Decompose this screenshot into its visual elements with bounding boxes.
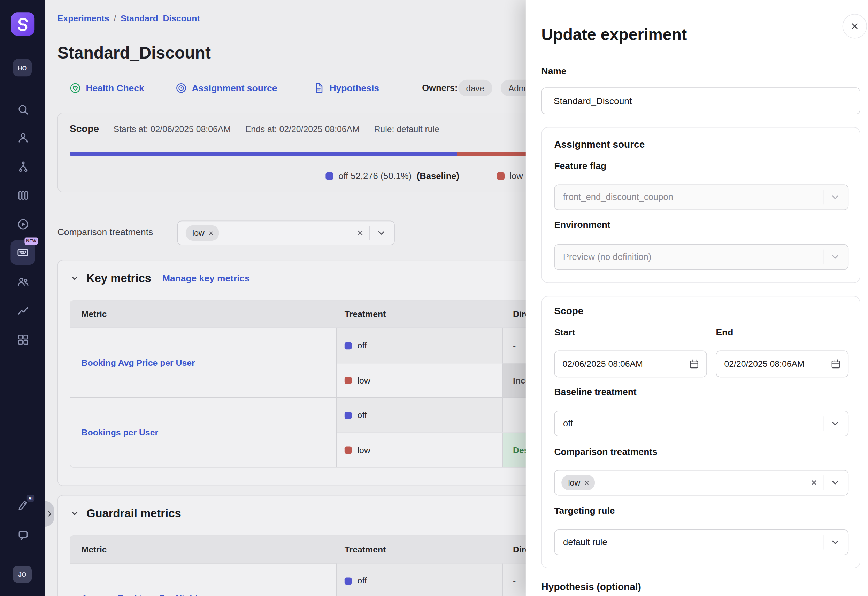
- comparison-treatments-label: Comparison treatments: [554, 447, 657, 457]
- breadcrumb-experiments-link[interactable]: Experiments: [58, 13, 109, 23]
- chevron-down-icon[interactable]: [829, 477, 841, 489]
- treatment-color-square: [345, 377, 352, 384]
- page-title: Standard_Discount: [58, 44, 211, 62]
- treatment-color-square: [345, 447, 352, 454]
- select-divider: [823, 190, 824, 205]
- end-label: End: [716, 327, 733, 338]
- chip-label: low: [192, 229, 205, 238]
- user-avatar[interactable]: JO: [13, 566, 32, 583]
- hypothesis-link[interactable]: Hypothesis: [313, 79, 379, 97]
- baseline-color-swatch: [325, 172, 333, 180]
- sidebar-item-help[interactable]: [10, 523, 35, 547]
- comparison-treatments-select[interactable]: low: [177, 221, 395, 245]
- sidebar-item-sessions[interactable]: [10, 212, 35, 236]
- scope-rule: Rule: default rule: [374, 124, 439, 134]
- sidebar-item-users[interactable]: [10, 125, 35, 150]
- start-date-value: 02/06/2025 08:06AM: [562, 359, 642, 369]
- statsig-logo-icon: [16, 17, 30, 31]
- legend-comparison: low: [497, 171, 523, 181]
- drawer-close-button[interactable]: [843, 14, 867, 38]
- baseline-treatment-value: off: [563, 419, 573, 429]
- app-window: HO: [0, 0, 868, 596]
- metric-link[interactable]: Bookings per User: [81, 428, 158, 438]
- chip-remove-icon[interactable]: [208, 230, 214, 236]
- statsig-logo[interactable]: [11, 12, 34, 35]
- workspace-badge[interactable]: HO: [13, 59, 32, 77]
- targeting-rule-label: Targeting rule: [554, 505, 615, 516]
- chip-label: low: [568, 478, 580, 487]
- start-label: Start: [554, 327, 575, 338]
- owner-chip-dave[interactable]: dave: [458, 80, 492, 96]
- heart-check-icon: [69, 82, 81, 94]
- chevron-down-icon: [829, 191, 841, 204]
- baseline-treatment-select[interactable]: off: [554, 411, 849, 437]
- legend-baseline: off 52,276 (50.1%) (Baseline): [325, 171, 459, 181]
- new-feature-badge: NEW: [24, 238, 38, 245]
- legend-baseline-label: off 52,276 (50.1%): [338, 171, 412, 181]
- chip-remove-icon[interactable]: [584, 479, 590, 486]
- sidebar-item-dashboards[interactable]: [10, 327, 35, 351]
- sidebar-nav: HO: [0, 0, 45, 596]
- collapse-chevron-icon[interactable]: [70, 508, 80, 518]
- name-input-value: Standard_Discount: [554, 96, 632, 106]
- treatment-color-square: [345, 412, 352, 419]
- assignment-source-link[interactable]: Assignment source: [175, 79, 277, 97]
- comparison-treatments-select[interactable]: low: [554, 470, 849, 496]
- metric-link[interactable]: Booking Avg Price per User: [81, 358, 195, 368]
- feature-flag-select[interactable]: front_end_discount_coupon: [554, 184, 849, 210]
- select-divider: [823, 475, 824, 490]
- update-experiment-drawer: Update experiment Name Standard_Discount…: [526, 0, 868, 596]
- baseline-split-segment: [70, 152, 457, 156]
- dashboard-grid-icon: [16, 333, 29, 346]
- sidebar-item-search[interactable]: [10, 97, 35, 121]
- chevron-down-icon[interactable]: [829, 536, 841, 548]
- clear-selection-icon[interactable]: [355, 228, 365, 238]
- collapse-chevron-icon[interactable]: [70, 273, 80, 283]
- select-divider: [823, 535, 824, 550]
- manage-key-metrics-link[interactable]: Manage key metrics: [162, 273, 250, 283]
- column-header-metric: Metric: [70, 309, 337, 319]
- hypothesis-optional-label: Hypothesis (optional): [542, 581, 641, 593]
- treatment-chip-low[interactable]: low: [186, 225, 219, 241]
- metric-link[interactable]: Average Bookings Per Night: [81, 593, 198, 596]
- legend-baseline-suffix: (Baseline): [417, 171, 459, 181]
- scope-ends-at: Ends at: 02/20/2025 08:06AM: [245, 124, 360, 134]
- select-divider: [823, 250, 824, 264]
- sidebar-item-feature-flags[interactable]: [10, 154, 35, 179]
- sidebar-item-audiences[interactable]: [10, 269, 35, 294]
- start-date-input[interactable]: 02/06/2025 08:06AM: [554, 350, 707, 377]
- feature-flag-label: Feature flag: [554, 161, 606, 171]
- chevron-down-icon[interactable]: [829, 417, 841, 429]
- chat-bubble-icon: [16, 529, 29, 541]
- columns-icon: [16, 189, 29, 202]
- column-header-metric: Metric: [70, 544, 337, 555]
- health-check-link[interactable]: Health Check: [69, 79, 144, 97]
- calendar-icon[interactable]: [689, 358, 700, 370]
- chevron-down-icon: [829, 251, 841, 263]
- chevron-down-icon[interactable]: [375, 227, 387, 239]
- clear-selection-icon[interactable]: [809, 478, 819, 488]
- split-branch-icon: [16, 160, 29, 173]
- name-input[interactable]: Standard_Discount: [542, 87, 860, 114]
- play-circle-icon: [16, 218, 29, 231]
- end-date-input[interactable]: 02/20/2025 08:06AM: [716, 350, 849, 377]
- keyboard-icon: [16, 246, 29, 259]
- targeting-rule-select[interactable]: default rule: [554, 530, 849, 555]
- drawer-title: Update experiment: [542, 26, 687, 44]
- treatment-name: low: [357, 445, 371, 455]
- legend-comparison-label: low: [509, 171, 523, 181]
- assignment-source-label: Assignment source: [192, 83, 277, 93]
- environment-select[interactable]: Preview (no definition): [554, 244, 849, 270]
- baseline-treatment-label: Baseline treatment: [554, 387, 636, 397]
- close-icon: [849, 21, 860, 32]
- column-header-treatment: Treatment: [337, 309, 503, 319]
- environment-value: Preview (no definition): [563, 252, 651, 262]
- breadcrumb-separator: /: [114, 13, 116, 23]
- sidebar-item-metrics[interactable]: [10, 298, 35, 323]
- calendar-icon[interactable]: [830, 358, 841, 370]
- breadcrumb: Experiments / Standard_Discount: [58, 13, 200, 23]
- treatment-chip-low[interactable]: low: [561, 475, 595, 490]
- sidebar-item-columns[interactable]: [10, 183, 35, 207]
- breadcrumb-current-link[interactable]: Standard_Discount: [121, 13, 200, 23]
- target-icon: [175, 82, 187, 94]
